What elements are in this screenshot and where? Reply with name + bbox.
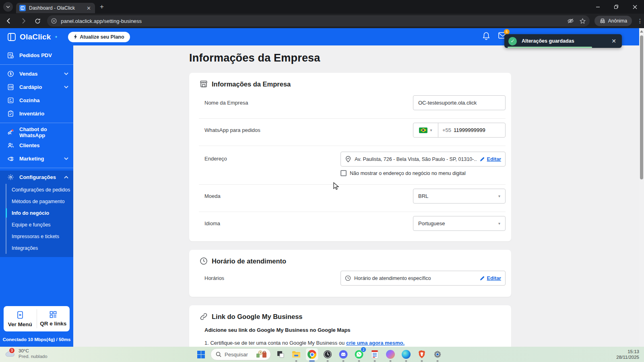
sidebar-subitem-metodos-pagamento[interactable]: Métodos de pagamento [6, 195, 73, 207]
browser-menu-button[interactable]: ⋮ [636, 18, 644, 24]
tab-close-icon[interactable]: ✕ [86, 5, 92, 11]
hours-card: Horário de atendimento Horários Horário … [189, 250, 511, 297]
whatsapp-badge: 2 [361, 347, 366, 352]
olaclick-logo-text: OlaClick [20, 33, 51, 41]
sidebar-item-cardapio[interactable]: Cardápio [0, 80, 73, 94]
start-button[interactable] [195, 348, 207, 360]
address-bar[interactable]: panel.olaclick.app/setting-business [47, 15, 590, 27]
currency-select[interactable]: BRL ▾ [413, 189, 506, 204]
tab-search-button[interactable] [3, 2, 13, 12]
notes-app-button[interactable] [369, 348, 381, 360]
weather-widget[interactable]: 9 30°C Pred. nublado [5, 348, 47, 359]
toast-progress-bar [508, 47, 592, 48]
caret-down-icon: ▾ [498, 221, 500, 226]
upgrade-plan-button[interactable]: Atualize seu Plano [68, 32, 130, 42]
window-close-button[interactable] [625, 0, 644, 14]
hours-box[interactable]: Horário de atendimento específico Editar [341, 271, 506, 286]
sidebar-item-cozinha[interactable]: Cozinha [0, 94, 73, 107]
whatsapp-number-input[interactable]: +55 11999999999 [438, 123, 505, 137]
browser-tab[interactable]: Dashboard - OlaClick ✕ [16, 3, 95, 13]
sidebar-subitem-equipe-funcoes[interactable]: Equipe e funções [6, 219, 73, 230]
copilot-button[interactable] [384, 348, 396, 360]
toast-close-icon[interactable]: ✕ [610, 37, 618, 45]
page-scrollbar[interactable] [639, 28, 644, 347]
scrollbar-thumb[interactable] [640, 35, 643, 179]
olaclick-logo[interactable]: OlaClick ✦ [7, 33, 58, 41]
app-viewport: OlaClick ✦ Atualize seu Plano 5 ✓ Altera… [0, 28, 644, 347]
browser-tabstrip: Dashboard - OlaClick ✕ + [0, 0, 644, 14]
mouse-cursor [333, 182, 339, 191]
kitchen-icon [7, 97, 14, 104]
link-icon [200, 313, 208, 321]
incognito-icon [599, 19, 606, 23]
sidebar-subitem-impressoras-tickets[interactable]: Impressoras e tickets [6, 230, 73, 242]
reload-button[interactable] [32, 15, 43, 27]
password-eye-icon[interactable] [567, 18, 574, 24]
clock-small-icon [345, 275, 351, 281]
sidebar-subitem-info-negocio[interactable]: Info do negócio [6, 207, 73, 219]
company-card-title: Informações da Empresa [212, 80, 291, 88]
sidebar-subitem-configuracoes-pedidos[interactable]: Configurações de pedidos [6, 184, 73, 195]
sidebar-divider [0, 168, 73, 168]
olaclick-logo-icon [7, 33, 16, 41]
clock-icon [200, 257, 208, 265]
bookmark-star-icon[interactable] [580, 18, 586, 24]
sidebar-item-marketing[interactable]: Marketing [0, 152, 73, 165]
hide-address-checkbox[interactable] [341, 170, 347, 176]
settings-button[interactable] [431, 348, 444, 360]
sidebar-item-label: Cardápio [19, 84, 59, 90]
windows-logo-icon [197, 350, 205, 359]
gmb-step-1: 1. Certifique-se de ter uma conta no Goo… [204, 340, 506, 346]
caret-down-icon: ▾ [430, 128, 432, 132]
back-button[interactable] [3, 15, 14, 27]
sidebar-item-label: Vendas [19, 71, 59, 77]
address-edit-link[interactable]: Editar [480, 156, 501, 162]
qr-links-button[interactable]: QR e links [37, 306, 70, 331]
phone-eye-icon [17, 311, 24, 319]
sidebar-item-pedidos-pdv[interactable]: Pedidos PDV [0, 49, 73, 62]
url-text[interactable]: panel.olaclick.app/setting-business [61, 18, 561, 24]
language-select[interactable]: Portuguese ▾ [413, 216, 506, 231]
address-box[interactable]: Av. Paulista, 726 - Bela Vista, São Paul… [341, 152, 506, 167]
whatsapp-button[interactable]: 2 [353, 348, 365, 360]
gmb-create-account-link[interactable]: crie uma agora mesmo. [346, 340, 405, 346]
edge-button[interactable] [400, 348, 412, 360]
company-name-input[interactable]: OC-testesuporte.ola.click [413, 95, 506, 110]
menu-book-icon [7, 84, 14, 90]
sidebar-item-vendas[interactable]: Vendas [0, 67, 73, 80]
country-flag-select[interactable]: ▾ [413, 123, 438, 137]
forward-button[interactable] [18, 15, 29, 27]
location-check-icon [345, 156, 351, 162]
chrome-button[interactable] [306, 348, 318, 360]
task-view-icon [277, 350, 285, 358]
hours-label: Horários [204, 275, 224, 281]
taskbar-clock[interactable]: 15:13 28/11/2025 [616, 349, 639, 360]
file-explorer-button[interactable] [290, 348, 302, 360]
main-content: Informações da Empresa Informações da Em… [73, 45, 639, 347]
new-tab-button[interactable]: + [100, 3, 104, 11]
brave-button[interactable] [416, 348, 428, 360]
window-minimize-button[interactable] [588, 0, 607, 14]
inventory-icon [7, 110, 14, 117]
company-info-card: Informações da Empresa Nome da Empresa O… [189, 73, 511, 241]
clock-app-icon [323, 350, 332, 359]
window-restore-button[interactable] [607, 0, 625, 14]
discord-button[interactable] [337, 348, 349, 360]
taskbar-search[interactable]: Pesquisar [211, 348, 271, 360]
connection-status: Conectado 10 Mbps(4g) / 50ms [0, 337, 73, 342]
sidebar-item-clientes[interactable]: Clientes [0, 139, 73, 152]
scrollbar-up-arrow[interactable] [640, 30, 643, 33]
hours-edit-link[interactable]: Editar [480, 276, 501, 281]
sidebar-item-chatbot-whatsapp[interactable]: Chatbot do WhatsApp [0, 125, 73, 139]
search-doodle-icon [255, 350, 268, 359]
task-view-button[interactable] [275, 348, 287, 360]
sidebar-item-inventario[interactable]: Inventário [0, 107, 73, 120]
sidebar-item-configuracoes[interactable]: Configurações [0, 171, 73, 184]
ver-menu-button[interactable]: Ver Menú [4, 306, 37, 331]
sidebar-subitem-integracoes[interactable]: Integrações [6, 242, 73, 254]
weather-temp: 30°C [19, 348, 47, 354]
notifications-bell-icon[interactable] [482, 32, 490, 41]
clock-app-button[interactable] [322, 348, 334, 360]
incognito-badge[interactable]: Anônima [594, 16, 632, 26]
site-settings-icon[interactable] [51, 18, 57, 24]
